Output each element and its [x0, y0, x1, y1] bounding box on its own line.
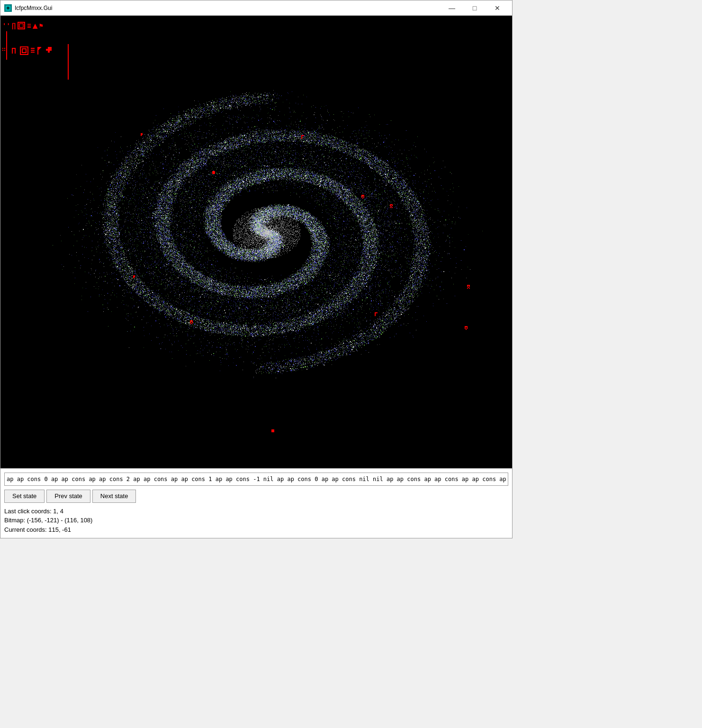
- state-input-row: [4, 473, 508, 486]
- state-input[interactable]: [4, 473, 508, 486]
- close-button[interactable]: ✕: [486, 1, 508, 15]
- next-state-button[interactable]: Next state: [92, 490, 136, 503]
- title-bar: IcfpcMmxx.Gui — □ ✕: [0, 0, 512, 16]
- symbol-pi: ∏: [12, 22, 16, 29]
- title-controls: — □ ✕: [441, 1, 508, 15]
- symbol-flag: ⚑: [39, 22, 43, 29]
- symbol-quotes: '': [2, 22, 10, 29]
- last-click-coords: Last click coords: 1, 4: [4, 507, 508, 516]
- top-left-ui: '' ∏ ≡ ▲ ⚑: [2, 20, 43, 60]
- galaxy-canvas[interactable]: [0, 16, 512, 468]
- window-title: IcfpcMmxx.Gui: [15, 5, 52, 11]
- symbol-arrow: ▲: [33, 20, 38, 30]
- symbol-box: [17, 21, 26, 30]
- svg-rect-4: [19, 24, 23, 27]
- buttons-row: Set state Prev state Next state: [4, 490, 508, 503]
- bitmap-range: Bitmap: (-156, -121) - (116, 108): [4, 516, 508, 525]
- current-coords: Current coords: 115, -61: [4, 525, 508, 535]
- red-vertical-line: [6, 31, 7, 60]
- galaxy-canvas-area[interactable]: '' ∏ ≡ ▲ ⚑: [0, 16, 512, 468]
- svg-rect-3: [18, 22, 25, 29]
- ui-symbols-row: '' ∏ ≡ ▲ ⚑: [2, 20, 43, 30]
- app-icon: [4, 4, 12, 12]
- symbol-equiv: ≡: [27, 22, 31, 29]
- prev-state-button[interactable]: Prev state: [46, 490, 90, 503]
- info-panel: Last click coords: 1, 4 Bitmap: (-156, -…: [4, 507, 508, 535]
- bottom-panel: Set state Prev state Next state Last cli…: [0, 468, 512, 538]
- maximize-button[interactable]: □: [464, 1, 486, 15]
- svg-rect-2: [7, 7, 9, 9]
- main-window: IcfpcMmxx.Gui — □ ✕ '' ∏ ≡ ▲ ⚑: [0, 0, 513, 538]
- minimize-button[interactable]: —: [441, 1, 463, 15]
- set-state-button[interactable]: Set state: [4, 490, 45, 503]
- title-bar-left: IcfpcMmxx.Gui: [4, 4, 52, 12]
